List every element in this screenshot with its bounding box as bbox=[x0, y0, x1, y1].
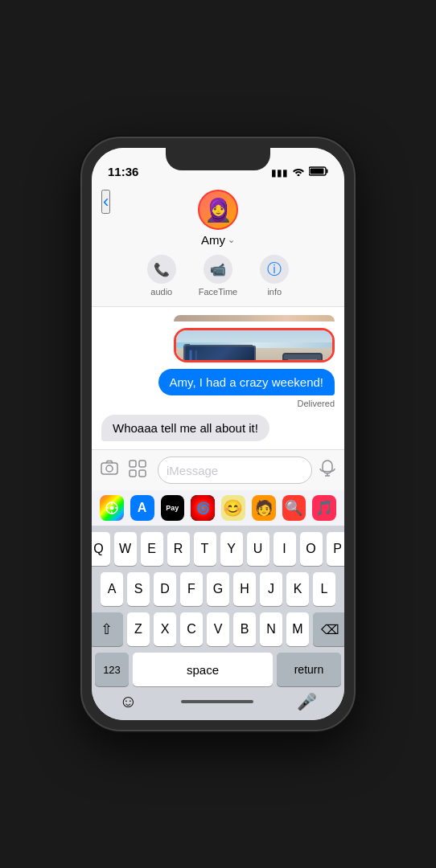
svg-rect-8 bbox=[130, 470, 136, 477]
key-123[interactable]: 123 bbox=[95, 653, 129, 686]
svg-rect-3 bbox=[311, 169, 324, 174]
key-z[interactable]: Z bbox=[127, 612, 150, 646]
appstore-icon[interactable]: A bbox=[130, 495, 154, 521]
svg-rect-9 bbox=[139, 470, 146, 477]
facetime-icon-circle: 📹 bbox=[204, 255, 232, 284]
received-bubble: Whoaaa tell me all about it! bbox=[101, 415, 269, 441]
wifi-icon bbox=[292, 166, 305, 178]
key-l[interactable]: L bbox=[313, 572, 335, 606]
applepay-icon[interactable]: Pay bbox=[161, 495, 185, 521]
key-w[interactable]: W bbox=[114, 532, 137, 566]
info-label: info bbox=[267, 287, 282, 297]
key-m[interactable]: M bbox=[286, 612, 309, 646]
image-placeholder bbox=[176, 330, 332, 360]
info-action[interactable]: ⓘ info bbox=[260, 255, 289, 297]
back-button[interactable]: ‹ bbox=[101, 190, 110, 214]
key-v[interactable]: V bbox=[207, 612, 229, 646]
home-indicator bbox=[181, 700, 253, 703]
audio-action[interactable]: 📞 audio bbox=[147, 255, 176, 297]
audio-icon-circle: 📞 bbox=[147, 255, 176, 284]
input-placeholder: iMessage bbox=[167, 464, 218, 477]
contact-name-text: Amy bbox=[201, 233, 225, 247]
emoji-button[interactable]: ☺ bbox=[119, 691, 137, 712]
key-q[interactable]: Q bbox=[92, 532, 110, 566]
top-image-partial bbox=[174, 315, 335, 321]
status-icons: ▮▮▮ bbox=[271, 166, 328, 178]
facetime-label: FaceTime bbox=[199, 287, 238, 297]
svg-rect-2 bbox=[327, 170, 328, 174]
svg-point-14 bbox=[109, 506, 113, 510]
notch bbox=[166, 148, 270, 170]
bottom-bar: ☺ 🎤 bbox=[95, 693, 341, 717]
apps-button[interactable] bbox=[129, 460, 151, 481]
music-icon[interactable]: 🌀 bbox=[191, 495, 215, 521]
phone-frame: 11:36 ▮▮▮ bbox=[80, 137, 356, 731]
battery-icon bbox=[309, 166, 328, 178]
key-r[interactable]: R bbox=[167, 532, 190, 566]
svg-point-0 bbox=[298, 174, 300, 177]
keyboard: Q W E R T Y U I O P A S D F G H J K bbox=[92, 526, 344, 720]
key-c[interactable]: C bbox=[180, 612, 203, 646]
memoji-icon[interactable]: 😊 bbox=[221, 495, 245, 521]
key-e[interactable]: E bbox=[141, 532, 163, 566]
key-g[interactable]: G bbox=[207, 572, 229, 606]
status-time: 11:36 bbox=[108, 165, 138, 178]
sent-bubble-text: Amy, I had a crazy weekend! bbox=[170, 375, 323, 389]
key-y[interactable]: Y bbox=[220, 532, 243, 566]
key-s[interactable]: S bbox=[127, 572, 150, 606]
key-k[interactable]: K bbox=[286, 572, 309, 606]
messages-area: Amy, I had a crazy weekend! Delivered Wh… bbox=[92, 307, 344, 449]
sent-image-message[interactable] bbox=[174, 328, 335, 362]
input-area: iMessage bbox=[92, 449, 344, 490]
phone-screen: 11:36 ▮▮▮ bbox=[92, 148, 344, 720]
delivered-status: Delivered bbox=[298, 399, 335, 408]
key-p[interactable]: P bbox=[327, 532, 345, 566]
keyboard-row-2: A S D F G H J K L bbox=[95, 572, 341, 606]
message-input[interactable]: iMessage bbox=[158, 457, 312, 484]
received-bubble-text: Whoaaa tell me all about it! bbox=[113, 421, 258, 435]
svg-rect-4 bbox=[101, 463, 117, 474]
key-a[interactable]: A bbox=[101, 572, 123, 606]
key-o[interactable]: O bbox=[300, 532, 323, 566]
music-app-icon[interactable]: 🎵 bbox=[312, 495, 336, 521]
search-app-icon[interactable]: 🔍 bbox=[282, 495, 306, 521]
audio-label: audio bbox=[150, 287, 172, 297]
svg-rect-6 bbox=[130, 461, 136, 467]
key-b[interactable]: B bbox=[233, 612, 256, 646]
microphone-button[interactable]: 🎤 bbox=[297, 692, 317, 711]
app-strip: A Pay 🌀 😊 🧑 🔍 🎵 bbox=[92, 490, 344, 526]
key-u[interactable]: U bbox=[247, 532, 269, 566]
header: ‹ 🧕 Amy ⌄ 📞 audio 📹 FaceTime ⓘ info bbox=[92, 183, 344, 307]
delete-key[interactable]: ⌫ bbox=[313, 612, 344, 646]
svg-point-5 bbox=[106, 465, 113, 472]
camera-button[interactable] bbox=[100, 460, 122, 481]
avatar[interactable]: 🧕 bbox=[198, 190, 238, 230]
key-t[interactable]: T bbox=[194, 532, 216, 566]
info-icon-circle: ⓘ bbox=[260, 255, 289, 284]
header-actions: 📞 audio 📹 FaceTime ⓘ info bbox=[147, 255, 290, 297]
photos-app-icon[interactable] bbox=[100, 495, 124, 521]
key-i[interactable]: I bbox=[274, 532, 296, 566]
key-n[interactable]: N bbox=[260, 612, 282, 646]
keyboard-row-1: Q W E R T Y U I O P bbox=[95, 532, 341, 566]
contact-name[interactable]: Amy ⌄ bbox=[201, 233, 235, 247]
audio-button[interactable] bbox=[319, 459, 336, 481]
key-j[interactable]: J bbox=[260, 572, 282, 606]
key-h[interactable]: H bbox=[233, 572, 256, 606]
sent-bubble: Amy, I had a crazy weekend! bbox=[158, 369, 335, 395]
chevron-down-icon: ⌄ bbox=[228, 235, 235, 245]
keyboard-row-3: ⇧ Z X C V B N M ⌫ bbox=[95, 612, 341, 646]
keyboard-row-4: 123 space return bbox=[95, 653, 341, 686]
signal-icon: ▮▮▮ bbox=[271, 167, 288, 178]
key-x[interactable]: X bbox=[154, 612, 176, 646]
shift-key[interactable]: ⇧ bbox=[92, 612, 123, 646]
return-key[interactable]: return bbox=[277, 653, 341, 686]
key-f[interactable]: F bbox=[180, 572, 203, 606]
key-d[interactable]: D bbox=[154, 572, 176, 606]
person-icon[interactable]: 🧑 bbox=[252, 495, 276, 521]
svg-rect-7 bbox=[139, 461, 146, 467]
space-key[interactable]: space bbox=[133, 653, 273, 686]
facetime-action[interactable]: 📹 FaceTime bbox=[199, 255, 238, 297]
